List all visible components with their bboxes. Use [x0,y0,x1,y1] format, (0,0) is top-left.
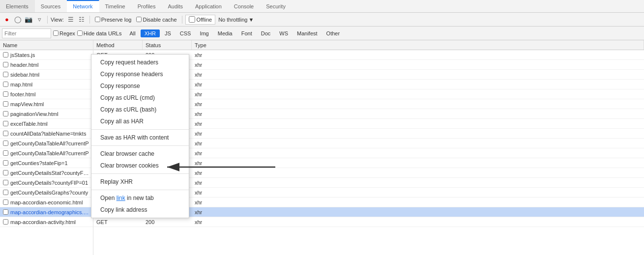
separator-1 [47,16,48,24]
table-row[interactable]: sidebar.html [0,70,93,80]
type-cell: xhr [192,199,644,205]
ctx-clear-browser-cache[interactable]: Clear browser cache [91,148,189,160]
tab-elements[interactable]: Elements [0,0,35,12]
ctx-copy-link-address[interactable]: Copy link address [91,204,189,216]
table-row[interactable]: countAllData?tableName=tmkts [0,129,93,139]
row-checkbox[interactable] [3,150,8,156]
disable-cache-checkbox[interactable] [136,17,142,22]
camera-button[interactable]: 📷 [24,15,33,25]
ctx-clear-browser-cookies[interactable]: Clear browser cookies [91,160,189,171]
table-row[interactable]: jsStates.js [0,50,93,60]
tab-console[interactable]: Console [228,0,260,12]
type-cell: xhr [192,62,644,68]
row-checkbox[interactable] [3,160,8,166]
filter-tag-media[interactable]: Media [214,29,236,37]
row-checkbox[interactable] [3,131,8,136]
filter-tag-css[interactable]: CSS [176,29,195,37]
type-cell: xhr [192,180,644,186]
name-header[interactable]: Name [0,40,93,50]
filter-tag-xhr[interactable]: XHR [141,29,160,37]
ctx-separator-2 [91,145,189,146]
row-checkbox[interactable] [3,121,8,126]
table-row[interactable]: getCounties?stateFip=1 [0,158,93,168]
table-row[interactable]: mapView.html [0,99,93,109]
filter-button[interactable]: ▿ [34,15,44,25]
row-checkbox[interactable] [3,62,8,67]
row-checkbox[interactable] [3,52,8,57]
row-checkbox[interactable] [3,209,8,215]
offline-button[interactable]: Offline [185,15,216,25]
type-cell: xhr [192,190,644,196]
tab-timeline[interactable]: Timeline [99,0,132,12]
table-row[interactable]: header.html [0,60,93,70]
name-header-label: Name [3,42,17,48]
hide-data-urls-group: Hide data URLs [77,30,122,36]
row-checkbox[interactable] [3,72,8,77]
separator-3 [182,16,182,24]
row-name: map-accordian-demographics.html [10,209,90,215]
tab-sources[interactable]: Sources [35,0,67,12]
tab-application[interactable]: Application [189,0,228,12]
filter-tag-font[interactable]: Font [237,29,256,37]
regex-checkbox[interactable] [53,30,59,36]
row-checkbox[interactable] [3,190,8,195]
tab-network[interactable]: Network [67,0,99,12]
table-row[interactable]: getCountyDataTableAll?currentP [0,148,93,158]
row-checkbox[interactable] [3,219,8,225]
ctx-copy-as-curl-bash[interactable]: Copy as cURL (bash) [91,104,189,115]
row-checkbox[interactable] [3,111,8,116]
stop-button[interactable]: ◯ [13,15,23,25]
table-row[interactable]: paginationView.html [0,109,93,119]
ctx-open-link-new-tab[interactable]: Open link in new tab [91,192,189,204]
record-button[interactable]: ● [2,15,12,25]
row-name: map.html [10,82,32,87]
table-row[interactable]: getCountyDetails?countyFIP=01 [0,178,93,188]
view-list-button[interactable]: ☰ [66,15,76,25]
filter-tag-other[interactable]: Other [322,29,344,37]
separator-2 [89,16,90,24]
row-checkbox[interactable] [3,180,8,185]
table-row-selected[interactable]: map-accordian-demographics.html [0,207,93,217]
table-row[interactable]: getCountyDetailsGraphs?county [0,188,93,198]
table-row[interactable]: footer.html [0,89,93,99]
row-checkbox[interactable] [3,91,8,97]
table-row[interactable]: getCountyDataTableAll?currentP [0,139,93,148]
ctx-copy-request-headers[interactable]: Copy request headers [91,57,189,68]
ctx-replay-xhr[interactable]: Replay XHR [91,176,189,188]
throttling-select[interactable]: No throttling ▼ [216,17,256,23]
filter-tag-js[interactable]: JS [161,29,175,37]
row-checkbox[interactable] [3,141,8,146]
ctx-copy-as-curl-cmd[interactable]: Copy as cURL (cmd) [91,92,189,104]
filter-tag-img[interactable]: Img [196,29,212,37]
preserve-log-checkbox[interactable] [95,17,100,22]
tab-security[interactable]: Security [260,0,292,12]
filter-tag-doc[interactable]: Doc [257,29,275,37]
method-header[interactable]: Method [93,40,143,50]
row-checkbox[interactable] [3,82,8,87]
view-grid-button[interactable]: ☷ [77,15,87,25]
row-checkbox[interactable] [3,101,8,107]
filter-tag-manifest[interactable]: Manifest [293,29,322,37]
status-header[interactable]: Status [143,40,192,50]
row-checkbox[interactable] [3,199,8,205]
table-row[interactable]: map-accordian-activity.html [0,217,93,227]
ctx-save-as-har[interactable]: Save as HAR with content [91,132,189,143]
table-row[interactable]: map.html [0,80,93,89]
table-row[interactable]: getCountyDetailsStat?countyFIP= [0,168,93,178]
tab-audits[interactable]: Audits [162,0,189,12]
filter-tag-all[interactable]: All [125,29,139,37]
row-name: countAllData?tableName=tmkts [10,131,86,137]
toolbar: ● ◯ 📷 ▿ View: ☰ ☷ Preserve log Disable c… [0,13,644,27]
filter-input[interactable] [2,28,51,38]
ctx-copy-response[interactable]: Copy response [91,80,189,92]
table-row[interactable]: map-accordian-economic.html [0,198,93,207]
ctx-copy-all-as-har[interactable]: Copy all as HAR [91,115,189,127]
filter-tag-ws[interactable]: WS [275,29,292,37]
hide-data-urls-checkbox[interactable] [77,30,83,36]
row-checkbox[interactable] [3,170,8,175]
table-row[interactable]: excelTable.html [0,119,93,129]
offline-checkbox[interactable] [189,16,195,23]
type-header[interactable]: Type [192,40,644,50]
tab-profiles[interactable]: Profiles [132,0,162,12]
ctx-copy-response-headers[interactable]: Copy response headers [91,68,189,80]
